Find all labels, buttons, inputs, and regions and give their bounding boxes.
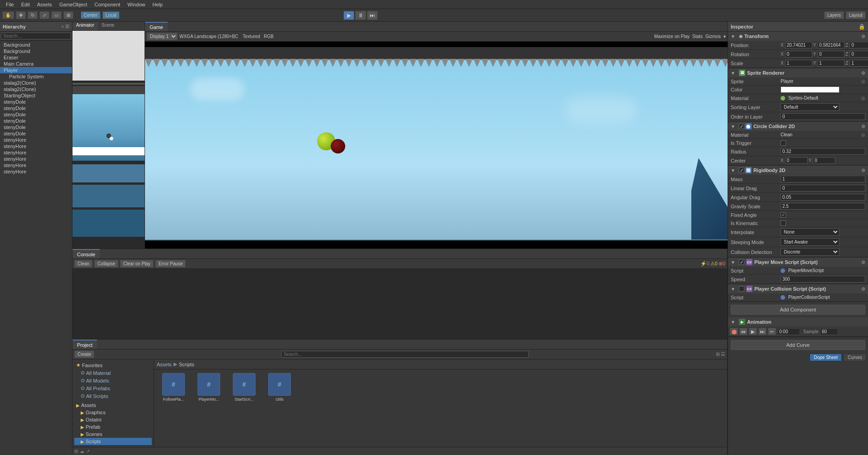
script-file-startscri[interactable]: # StartScri... — [228, 373, 260, 402]
stats-button[interactable]: Stats — [692, 34, 703, 39]
mass-input[interactable] — [781, 176, 865, 182]
menu-edit[interactable]: Edit — [18, 2, 34, 7]
console-clear-on-play-button[interactable]: Clear on Play — [120, 260, 154, 268]
pm-checkbox[interactable] — [739, 259, 744, 265]
sprite-pick-icon[interactable]: ◎ — [861, 79, 865, 84]
rb-checkbox[interactable] — [739, 168, 744, 173]
animation-header[interactable]: ▼ ▶ Animation — [728, 317, 868, 326]
project-bottom-icon-2[interactable]: ☁ — [80, 449, 84, 454]
hierarchy-item-maincamera[interactable]: Main Camera — [0, 61, 72, 67]
color-picker[interactable] — [781, 86, 839, 93]
dopesheet-button[interactable]: Dope Sheet — [810, 354, 842, 361]
pc-settings-icon[interactable]: ⚙ — [861, 287, 865, 292]
angular-drag-input[interactable] — [781, 194, 865, 201]
hierarchy-search[interactable] — [1, 33, 71, 39]
sorting-layer-select[interactable]: Default — [781, 103, 839, 111]
menu-window[interactable]: Window — [124, 2, 149, 7]
position-y-input[interactable] — [817, 42, 844, 48]
project-view-icon-2[interactable]: ☰ — [721, 351, 725, 357]
project-bottom-icon-3[interactable]: ↗ — [86, 449, 90, 454]
rotation-x-input[interactable] — [785, 51, 812, 57]
sr-settings-icon[interactable]: ⚙ — [861, 71, 865, 76]
hierarchy-item-background2[interactable]: Background — [0, 48, 72, 54]
fixed-angle-checkbox[interactable] — [781, 212, 786, 218]
hierarchy-item-stenyhore5[interactable]: stenyHore — [0, 162, 72, 168]
scale-z-input[interactable] — [849, 60, 868, 67]
scale-x-input[interactable] — [785, 60, 812, 67]
tab-project[interactable]: Project — [72, 340, 97, 349]
player-collision-header[interactable]: ▼ C# Player Collision Script (Script) ⚙ — [728, 284, 868, 293]
maximize-on-play[interactable]: Maximize on Play — [654, 34, 690, 39]
tab-scene[interactable]: Scene — [98, 22, 118, 30]
pm-speed-input[interactable] — [781, 276, 865, 283]
rigidbody-header[interactable]: ▼ ⬜ Rigidbody 2D ⚙ — [728, 166, 868, 175]
cc-material-pick[interactable]: ◎ — [861, 132, 865, 137]
hierarchy-item-stenydole1[interactable]: stenyDole — [0, 99, 72, 105]
layers-button[interactable]: Layers — [824, 11, 844, 19]
hierarchy-item-startingobject[interactable]: StartingObject — [0, 92, 72, 99]
center-y-input[interactable] — [813, 157, 835, 164]
curves-button[interactable]: Curves — [844, 354, 866, 361]
step-button[interactable]: ⏭ — [367, 11, 378, 20]
project-all-scripts[interactable]: ⊙ All Scripts — [74, 392, 152, 400]
hierarchy-item-stenydole2[interactable]: stenyDole — [0, 105, 72, 111]
rotation-y-input[interactable] — [817, 51, 844, 57]
console-error-pause-button[interactable]: Error Pause — [155, 260, 186, 268]
menu-gameobject[interactable]: GameObject — [56, 2, 91, 7]
radius-input[interactable] — [781, 148, 865, 155]
tab-animator[interactable]: Animator — [72, 22, 98, 30]
hand-tool-button[interactable]: ✋ — [2, 11, 14, 19]
interpolate-select[interactable]: None — [781, 228, 839, 236]
sleeping-mode-select[interactable]: Start Awake — [781, 238, 839, 246]
hierarchy-item-particlesystem[interactable]: Particle System — [0, 73, 72, 80]
console-clear-button[interactable]: Clean — [74, 260, 92, 268]
hierarchy-item-stenyhore4[interactable]: stenyHore — [0, 156, 72, 162]
center-button[interactable]: Center — [81, 11, 101, 19]
anim-time-input[interactable] — [777, 328, 800, 335]
layout-button[interactable]: Layout — [846, 11, 866, 19]
player-move-header[interactable]: ▼ C# Player Move Script (Script) ⚙ — [728, 258, 868, 267]
anim-sample-input[interactable] — [820, 328, 838, 335]
hierarchy-item-stalag1[interactable]: stalag2(Clone) — [0, 80, 72, 86]
anim-record-btn[interactable]: ⬤ — [730, 328, 738, 335]
center-x-input[interactable] — [785, 157, 808, 164]
project-search-input[interactable] — [281, 351, 529, 358]
console-collapse-button[interactable]: Collapse — [94, 260, 118, 268]
cc-checkbox[interactable] — [739, 124, 744, 129]
hierarchy-item-stenyhore3[interactable]: stenyHore — [0, 149, 72, 156]
hierarchy-item-stenyhore2[interactable]: stenyHore — [0, 143, 72, 149]
project-all-material[interactable]: ⊙ All Material — [74, 369, 152, 377]
order-in-layer-input[interactable] — [781, 113, 865, 120]
gizmos-button[interactable]: Gizmos — [705, 34, 721, 39]
is-kinematic-checkbox[interactable] — [781, 220, 786, 226]
rotate-tool-button[interactable]: ↻ — [28, 11, 38, 19]
menu-component[interactable]: Component — [91, 2, 124, 7]
project-prefab[interactable]: ▶ Prefab — [74, 423, 152, 431]
create-button[interactable]: Create — [74, 350, 94, 358]
play-button[interactable]: ▶ — [343, 11, 354, 20]
scale-y-input[interactable] — [817, 60, 844, 67]
project-all-models[interactable]: ⊙ All Models — [74, 377, 152, 384]
position-z-input[interactable] — [849, 42, 868, 48]
hierarchy-item-stenydole4[interactable]: stenyDole — [0, 118, 72, 124]
hierarchy-item-stenyhore6[interactable]: stenyHore — [0, 168, 72, 175]
transform-gizmo-button[interactable]: ⊞ — [63, 11, 73, 19]
collision-detection-select[interactable]: Discrete — [781, 248, 839, 256]
hierarchy-item-player[interactable]: Player — [0, 67, 72, 73]
gizmos-arrow[interactable]: ▾ — [723, 34, 726, 39]
script-file-utils[interactable]: # Utils — [264, 373, 295, 402]
scale-tool-button[interactable]: ⤢ — [39, 11, 49, 19]
hierarchy-item-eraser[interactable]: Eraser — [0, 54, 72, 61]
local-button[interactable]: Local — [102, 11, 120, 19]
script-file-playerme[interactable]: # PlayerMo... — [193, 373, 225, 402]
script-file-followpla[interactable]: # FollowPla... — [158, 373, 189, 402]
transform-header[interactable]: ▼ ⊕ Transform ⚙ — [728, 32, 868, 41]
tab-console[interactable]: Console — [72, 249, 100, 259]
project-ostatni[interactable]: ▶ Ostatni — [74, 416, 152, 423]
menu-assets[interactable]: Assets — [34, 2, 56, 7]
rb-settings-icon[interactable]: ⚙ — [861, 168, 865, 173]
hierarchy-item-background1[interactable]: Background — [0, 42, 72, 48]
position-x-input[interactable] — [785, 42, 812, 48]
hierarchy-item-stenydole3[interactable]: stenyDole — [0, 111, 72, 118]
breadcrumb-assets[interactable]: Assets — [157, 362, 172, 367]
